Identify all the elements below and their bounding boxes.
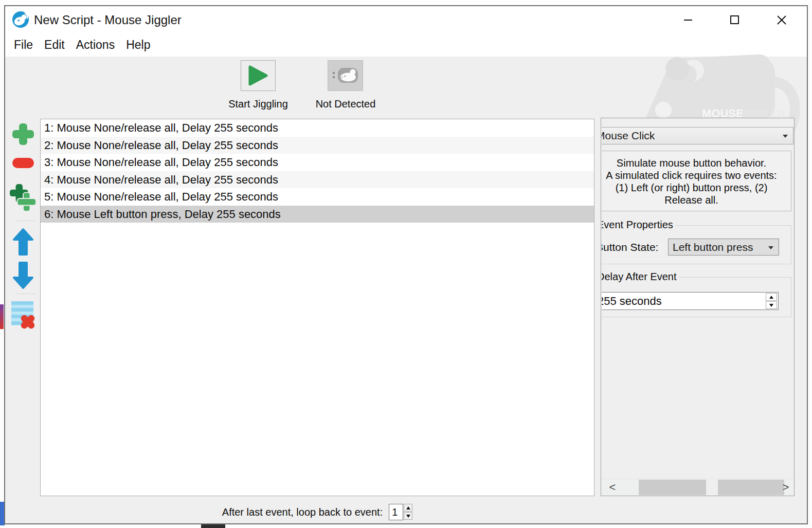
sidebar-separator [16, 294, 36, 294]
event-properties-panel: Mouse Click Simulate mouse button behavi… [601, 118, 795, 496]
window-title: New Script - Mouse Jiggler [34, 6, 182, 33]
add-event-button[interactable] [10, 122, 37, 146]
event-list: 1: Mouse None/release all, Delay 255 sec… [40, 119, 594, 496]
move-down-button[interactable] [10, 261, 37, 289]
device-detect-button[interactable] [328, 60, 363, 91]
start-jiggling-button[interactable] [241, 60, 276, 91]
scroll-right-button[interactable]: > [779, 479, 792, 496]
delay-spinner-buttons [766, 293, 777, 309]
delay-after-event-group: Delay After Event [602, 277, 791, 317]
event-description-line: Simulate mouse button behavior. [602, 157, 791, 169]
event-description-box: Simulate mouse button behavior. A simula… [602, 151, 791, 211]
clear-events-button[interactable] [10, 300, 37, 330]
window-controls [664, 6, 805, 33]
delay-input[interactable] [602, 292, 779, 310]
list-item[interactable]: 3: Mouse None/release all, Delay 255 sec… [41, 154, 594, 171]
list-item[interactable]: 2: Mouse None/release all, Delay 255 sec… [41, 137, 594, 154]
panel-viewport: Mouse Click Simulate mouse button behavi… [602, 118, 793, 478]
play-icon [248, 65, 268, 86]
event-description-line: Release all. [602, 194, 791, 206]
scroll-left-button[interactable]: < [606, 479, 619, 496]
title-bar: New Script - Mouse Jiggler [5, 6, 807, 33]
loop-spinner [389, 504, 412, 520]
mouse-detect-icon [332, 65, 359, 86]
arrow-down-icon [12, 261, 34, 289]
menu-item-edit[interactable]: Edit [39, 33, 70, 57]
close-button[interactable] [758, 6, 805, 33]
event-type-dropdown[interactable]: Mouse Click [602, 127, 793, 144]
spinner-down-button[interactable] [404, 512, 412, 520]
event-properties-group: Event Properties Button State: Left butt… [602, 225, 791, 264]
list-item[interactable]: 5: Mouse None/release all, Delay 255 sec… [41, 188, 594, 206]
list-item-selected[interactable]: 6: Mouse Left button press, Delay 255 se… [41, 206, 594, 223]
loop-input[interactable] [389, 504, 403, 520]
menu-item-actions[interactable]: Actions [70, 33, 120, 57]
chevron-down-icon [768, 246, 773, 249]
delay-spinner [602, 292, 779, 310]
device-detect-label: Not Detected [295, 98, 396, 110]
app-window: New Script - Mouse Jiggler File Edit Act… [4, 5, 808, 524]
move-up-button[interactable] [10, 228, 37, 256]
menu-item-file[interactable]: File [8, 33, 39, 57]
maximize-icon [730, 15, 739, 24]
loop-spinner-buttons [404, 504, 412, 520]
list-item[interactable]: 4: Mouse None/release all, Delay 255 sec… [41, 171, 594, 189]
maximize-button[interactable] [711, 6, 758, 33]
panel-scrolled-content: Mouse Click Simulate mouse button behavi… [602, 118, 793, 478]
app-mouse-icon [12, 11, 29, 28]
duplicate-event-button[interactable] [10, 184, 37, 212]
start-jiggling-label: Start Jiggling [210, 98, 306, 110]
spinner-down-button[interactable] [766, 301, 777, 309]
arrow-up-icon [12, 228, 34, 256]
double-plus-icon [10, 184, 37, 212]
remove-event-button[interactable] [10, 156, 37, 170]
button-state-dropdown[interactable]: Left button press [668, 239, 779, 256]
list-item[interactable]: 1: Mouse None/release all, Delay 255 sec… [41, 119, 594, 137]
event-description-line: A simulated click requires two events: [602, 169, 791, 181]
event-properties-group-label: Event Properties [602, 219, 675, 231]
desktop-artifact [201, 524, 225, 528]
spinner-up-button[interactable] [404, 504, 412, 512]
loop-label: After last event, loop back to event: [222, 506, 383, 518]
event-description-line: (1) Left (or right) button press, (2) [602, 181, 791, 194]
panel-horizontal-scrollbar: < > [602, 479, 793, 495]
menu-bar: File Edit Actions Help [5, 33, 807, 57]
close-icon [777, 15, 787, 25]
desktop-artifact [0, 304, 4, 329]
triangle-up-icon [406, 506, 410, 509]
minimize-button[interactable] [664, 6, 711, 33]
loop-settings-bar: After last event, loop back to event: [40, 501, 594, 523]
spinner-up-button[interactable] [766, 293, 777, 301]
button-state-label: Button State: [602, 241, 658, 253]
sidebar-separator [16, 221, 36, 221]
content-area: MOUSE JIGGLER Start Jiggling Not Detecte… [5, 57, 807, 523]
minus-icon [12, 156, 34, 170]
delay-group-label: Delay After Event [602, 271, 679, 283]
triangle-down-icon [406, 515, 410, 518]
chevron-down-icon [783, 135, 788, 138]
menu-item-help[interactable]: Help [120, 33, 156, 57]
plus-icon [11, 122, 35, 146]
event-type-value: Mouse Click [602, 130, 655, 142]
minimize-icon [684, 20, 692, 21]
scrollbar-thumb[interactable] [706, 480, 718, 495]
clear-list-icon [10, 300, 36, 330]
triangle-down-icon [769, 304, 773, 307]
scrollbar-track[interactable] [639, 480, 784, 495]
button-state-value: Left button press [673, 241, 753, 253]
triangle-up-icon [769, 296, 773, 299]
